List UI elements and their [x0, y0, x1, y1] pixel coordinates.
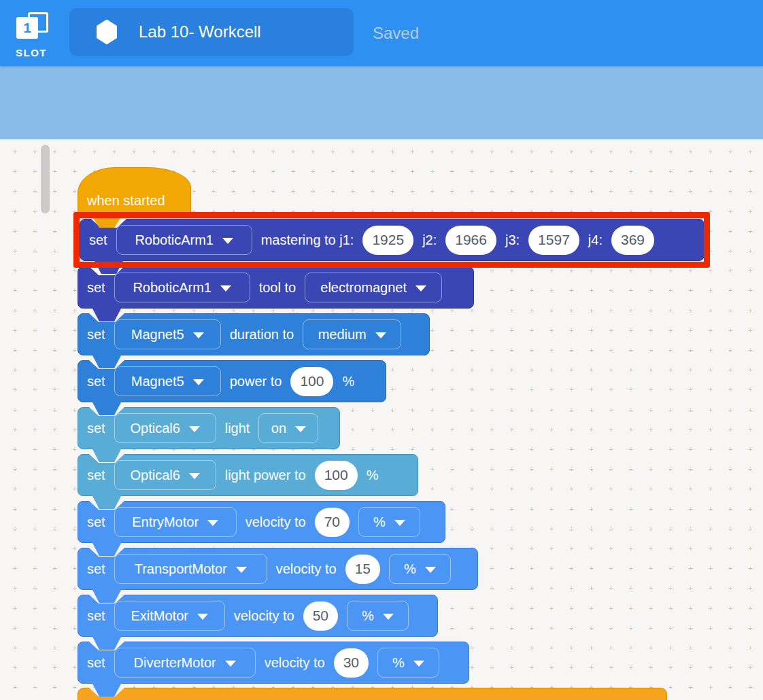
block-label: power to [230, 374, 282, 389]
device-dropdown[interactable]: ExitMotor [114, 601, 225, 631]
block-set-velocity-transport[interactable]: set TransportMotor velocity to 15 % [78, 548, 478, 590]
project-title-button[interactable]: Lab 10- Workcell [69, 8, 354, 56]
block-label: light power to [225, 468, 306, 483]
j4-input[interactable]: 369 [611, 226, 654, 255]
chevron-down-icon [375, 332, 386, 338]
device-dropdown[interactable]: RoboticArm1 [116, 225, 252, 255]
block-label: velocity to [276, 561, 337, 577]
block-set-mastering[interactable]: set RoboticArm1 mastering to j1: 1925 j2… [80, 219, 705, 261]
workspace-canvas[interactable]: +++++++++++++++++++++++++++++++++++++++ … [0, 139, 763, 700]
device-dropdown[interactable]: Magnet5 [114, 366, 221, 396]
hexagon-icon [95, 20, 118, 45]
j1-input[interactable]: 1925 [362, 226, 413, 255]
device-dropdown[interactable]: Magnet5 [114, 319, 221, 349]
keyword-set: set [87, 514, 105, 530]
power-input[interactable]: 100 [290, 367, 333, 396]
unit-value: % [404, 561, 416, 577]
velocity-input[interactable]: 70 [315, 508, 350, 537]
block-set-velocity-entry[interactable]: set EntryMotor velocity to 70 % [78, 501, 445, 543]
block-label: tool to [259, 280, 296, 296]
slot-number: 1 [23, 20, 31, 36]
j3-label: j3: [505, 232, 520, 248]
j2-input[interactable]: 1966 [445, 226, 496, 255]
project-title: Lab 10- Workcell [139, 22, 261, 41]
toolbar-strip [0, 66, 763, 139]
device-name: Optical6 [131, 421, 180, 436]
option-value: electromagnet [320, 280, 407, 296]
unit-dropdown[interactable]: % [377, 648, 439, 678]
j3-input[interactable]: 1597 [528, 226, 579, 255]
device-dropdown[interactable]: RoboticArm1 [114, 273, 250, 302]
block-label: mastering to j1: [261, 232, 354, 248]
block-label: light [225, 421, 250, 436]
unit-dropdown[interactable]: % [358, 507, 420, 537]
block-when-started[interactable]: when started [78, 167, 191, 217]
j2-label: j2: [422, 232, 437, 248]
keyword-set: set [87, 327, 105, 343]
option-dropdown[interactable]: medium [303, 319, 401, 349]
block-label: velocity to [245, 514, 306, 530]
block-orange-partial[interactable] [78, 688, 667, 700]
chevron-down-icon [197, 614, 208, 620]
slot-logo[interactable]: 1 SLOT [7, 4, 56, 63]
device-name: TransportMotor [135, 561, 227, 577]
block-set-tool[interactable]: set RoboticArm1 tool to electromagnet [78, 266, 474, 309]
block-set-power[interactable]: set Magnet5 power to 100 % [78, 360, 386, 402]
keyword-set: set [87, 608, 105, 624]
app-header: 1 SLOT Lab 10- Workcell Saved [0, 0, 763, 66]
brand-label: SLOT [7, 47, 56, 58]
chevron-down-icon [220, 285, 231, 292]
block-set-light-power[interactable]: set Optical6 light power to 100 % [78, 454, 418, 496]
unit-label: % [367, 468, 379, 483]
block-set-light[interactable]: set Optical6 light on [78, 407, 340, 449]
block-label: velocity to [234, 608, 294, 624]
block-set-velocity-exit[interactable]: set ExitMotor velocity to 50 % [78, 595, 438, 637]
device-dropdown[interactable]: TransportMotor [114, 554, 267, 584]
velocity-input[interactable]: 50 [303, 601, 338, 631]
chevron-down-icon [425, 567, 436, 573]
device-name: Magnet5 [131, 374, 184, 389]
chevron-down-icon [193, 379, 204, 385]
chevron-down-icon [295, 426, 306, 432]
block-set-velocity-diverter[interactable]: set DiverterMotor velocity to 30 % [78, 642, 469, 684]
device-dropdown[interactable]: EntryMotor [114, 507, 237, 537]
device-name: Optical6 [131, 468, 180, 483]
chevron-down-icon [225, 661, 236, 667]
device-dropdown[interactable]: DiverterMotor [114, 648, 256, 678]
unit-value: % [362, 608, 374, 624]
option-value: medium [318, 327, 367, 343]
chevron-down-icon [189, 426, 200, 432]
keyword-set: set [87, 280, 105, 296]
unit-dropdown[interactable]: % [389, 554, 451, 584]
unit-dropdown[interactable]: % [347, 601, 409, 631]
block-label: duration to [230, 327, 294, 343]
keyword-set: set [87, 655, 105, 671]
unit-value: % [373, 514, 386, 530]
chevron-down-icon [383, 614, 394, 620]
keyword-set: set [87, 374, 105, 389]
device-name: RoboticArm1 [135, 232, 214, 248]
save-status: Saved [373, 0, 419, 66]
light-power-input[interactable]: 100 [315, 461, 358, 490]
slot-logo-front-square-icon: 1 [16, 17, 38, 39]
option-value: on [271, 421, 286, 436]
device-name: DiverterMotor [134, 655, 216, 671]
chevron-down-icon [394, 520, 405, 526]
velocity-input[interactable]: 15 [345, 555, 380, 584]
device-name: EntryMotor [132, 514, 199, 530]
chevron-down-icon [236, 567, 247, 573]
vertical-scrollbar[interactable] [41, 145, 50, 213]
unit-label: % [342, 374, 354, 389]
unit-value: % [392, 655, 405, 671]
option-dropdown[interactable]: electromagnet [305, 273, 442, 302]
chevron-down-icon [189, 473, 200, 479]
device-name: RoboticArm1 [133, 280, 211, 296]
chevron-down-icon [222, 238, 233, 244]
keyword-set: set [87, 561, 105, 577]
velocity-input[interactable]: 30 [334, 648, 369, 678]
block-set-duration[interactable]: set Magnet5 duration to medium [78, 313, 430, 355]
chevron-down-icon [193, 332, 204, 338]
option-dropdown[interactable]: on [258, 413, 318, 443]
device-dropdown[interactable]: Optical6 [114, 413, 216, 443]
device-dropdown[interactable]: Optical6 [114, 460, 216, 490]
